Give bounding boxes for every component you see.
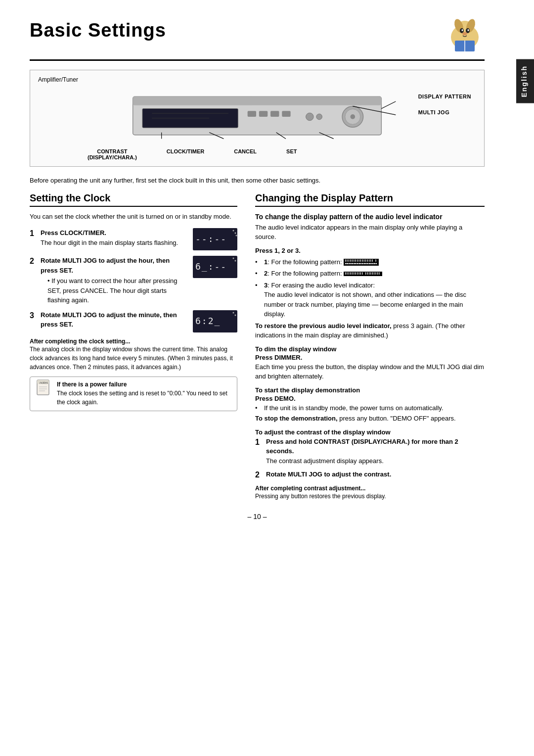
svg-text:6_:--: 6_:-- — [195, 261, 227, 272]
step-3: 3 Rotate MULTI JOG to adjust the minute,… — [30, 310, 237, 334]
bullet-dot-2: • — [255, 269, 264, 279]
diagram-bottom-labels: CONTRAST(DISPLAY/CHARA.) CLOCK/TIMER CAN… — [38, 148, 476, 160]
step-1-content: Press CLOCK/TIMER. The hour digit in the… — [41, 228, 188, 247]
pattern-3-text: The audio level indicator is not shown, … — [264, 291, 466, 318]
dog-mascot-icon — [445, 15, 485, 54]
svg-point-42 — [233, 312, 234, 313]
svg-point-8 — [462, 32, 467, 36]
contrast-step-1-bold: Press and hold CONTRAST (DISPLAY/CHARA.)… — [266, 438, 458, 455]
svg-rect-16 — [248, 111, 256, 117]
pattern-2-desc: : For the following pattern: — [267, 270, 342, 277]
demo-stop-rest: press any button. "DEMO OFF" appears. — [339, 415, 455, 422]
demo-bullet-dot: • — [255, 403, 264, 413]
dimmer-label: Press DIMMER. — [255, 354, 302, 361]
display-pattern-label: DISPLAY PATTERN — [418, 94, 471, 99]
press-label: Press 1, 2 or 3. — [255, 247, 301, 254]
clock-timer-label: CLOCK/TIMER — [167, 148, 204, 160]
notes-text: The clock loses the setting and is reset… — [57, 389, 232, 407]
setting-clock-heading: Setting the Clock — [30, 192, 237, 207]
svg-rect-17 — [259, 111, 267, 117]
svg-text:notes: notes — [40, 381, 48, 384]
svg-point-43 — [235, 314, 236, 316]
contrast-heading: To adjust the contrast of the display wi… — [255, 428, 485, 436]
svg-point-6 — [462, 29, 463, 31]
pattern-3-row: • 3: For erasing the audio level indicat… — [255, 281, 485, 319]
contrast-step-1: 1 Press and hold CONTRAST (DISPLAY/CHARA… — [255, 437, 485, 466]
pattern-3-content: 3: For erasing the audio level indicator… — [264, 281, 485, 319]
step-1-number: 1 — [30, 228, 41, 247]
intro-text: Before operating the unit any further, f… — [30, 176, 485, 186]
demo-stop-text: To stop the demonstration, press any but… — [255, 414, 485, 424]
after-text: The analog clock in the display window s… — [30, 345, 237, 372]
step-1-text-body: The hour digit in the main display start… — [41, 239, 178, 246]
step-1-bold: Press CLOCK/TIMER. — [41, 229, 106, 236]
svg-rect-12 — [133, 96, 382, 105]
svg-point-38 — [233, 258, 234, 259]
audio-level-intro: The audio level indicator appears in the… — [255, 223, 485, 242]
step-1: 1 Press CLOCK/TIMER. The hour digit in t… — [30, 228, 237, 252]
svg-text:--:--: --:-- — [195, 234, 227, 244]
after-label: After completing the clock setting... — [30, 338, 237, 345]
svg-point-35 — [236, 235, 237, 236]
pattern-2-display: ▌▌▌▌▌▌▌▌▌▌▌ ▌▌▌▌▌▌▌▌▌ — [344, 272, 382, 276]
demo-heading: To start the display demonstration — [255, 386, 485, 394]
pattern-3-desc: : For erasing the audio level indicator: — [267, 282, 375, 289]
notes-heading: If there is a power failure — [57, 381, 232, 388]
step-3-number: 3 — [30, 310, 41, 330]
contrast-step-1-text: The contrast adjustment display appears. — [266, 457, 384, 465]
svg-point-22 — [351, 114, 356, 119]
notes-icon: notes — [35, 379, 53, 399]
contrast-step-2-num: 2 — [255, 469, 266, 481]
restore-label: To restore the previous audio level indi… — [255, 322, 392, 330]
step-3-content: Rotate MULTI JOG to adjust the minute, t… — [41, 310, 188, 330]
pattern-2-content: 2: For the following pattern: ▌▌▌▌▌▌▌▌▌▌… — [264, 269, 382, 279]
dim-heading: To dim the display window — [255, 345, 485, 353]
page-number: – 10 – — [30, 513, 485, 520]
demo-bullet-text: If the unit is in standby mode, the powe… — [264, 403, 444, 413]
svg-point-34 — [235, 233, 236, 234]
setting-clock-section: Setting the Clock You can set the clock … — [30, 192, 237, 501]
notes-box: notes If there is a power failure The cl… — [30, 377, 237, 411]
step-3-bold: Rotate MULTI JOG to adjust the minute, t… — [41, 311, 177, 329]
step-3-text: 3 Rotate MULTI JOG to adjust the minute,… — [30, 310, 188, 331]
svg-point-23 — [306, 113, 313, 120]
contrast-after-text: Pressing any button restores the previou… — [255, 492, 485, 501]
pattern-2-row: • 2: For the following pattern: ▌▌▌▌▌▌▌▌… — [255, 269, 485, 279]
notes-content: If there is a power failure The clock lo… — [57, 381, 232, 407]
svg-point-7 — [468, 29, 469, 31]
page-title: Basic Settings — [30, 20, 166, 41]
dimmer-text: Each time you press the button, the disp… — [255, 362, 485, 381]
display-pattern-heading: Changing the Display Pattern — [255, 192, 485, 207]
contrast-step-2: 2 Rotate MULTI JOG to adjust the contras… — [255, 470, 485, 481]
contrast-after-label: After completing contrast adjustment... — [255, 485, 485, 492]
pattern-1-row: • 1: For the following pattern: ▌▌▌▌▌▌▌▌… — [255, 257, 485, 267]
language-tab: English — [516, 59, 534, 103]
contrast-label: CONTRAST(DISPLAY/CHARA.) — [88, 148, 137, 160]
setting-clock-intro: You can set the clock whether the unit i… — [30, 212, 237, 222]
header-divider — [30, 59, 485, 61]
multi-jog-label: MULTI JOG — [418, 109, 471, 115]
step-2-bullet: • If you want to correct the hour after … — [47, 276, 188, 305]
demo-bullet-row: • If the unit is in standby mode, the po… — [255, 403, 485, 413]
page-header: Basic Settings — [30, 20, 485, 54]
bullet-dot-3: • — [255, 281, 264, 319]
step-1-text: 1 Press CLOCK/TIMER. The hour digit in t… — [30, 228, 188, 248]
step-1-image: --:-- — [193, 228, 237, 252]
svg-rect-18 — [270, 111, 279, 117]
cancel-label: CANCEL — [234, 148, 257, 160]
pattern-1-content: 1: For the following pattern: ▌▌▌▌▌▌▌▌▌▌… — [264, 257, 379, 267]
contrast-step-2-bold: Rotate MULTI JOG to adjust the contrast. — [266, 471, 391, 478]
svg-point-39 — [235, 260, 236, 262]
step-2-text: 2 Rotate MULTI JOG to adjust the hour, t… — [30, 256, 188, 306]
pattern-1-desc: : For the following pattern: — [267, 258, 342, 266]
demo-label: Press DEMO. — [255, 395, 296, 402]
audio-level-heading: To change the display pattern of the aud… — [255, 213, 485, 221]
bullet-dot-1: • — [255, 257, 264, 267]
device-diagram — [114, 86, 400, 145]
diagram-box: Amplifier/Tuner — [30, 70, 485, 167]
svg-rect-19 — [282, 111, 290, 117]
diagram-inner: DISPLAY PATTERN MULTI JOG — [38, 86, 476, 145]
svg-point-33 — [233, 230, 234, 232]
contrast-step-1-content: Press and hold CONTRAST (DISPLAY/CHARA.)… — [266, 437, 485, 466]
contrast-step-2-content: Rotate MULTI JOG to adjust the contrast. — [266, 470, 485, 481]
